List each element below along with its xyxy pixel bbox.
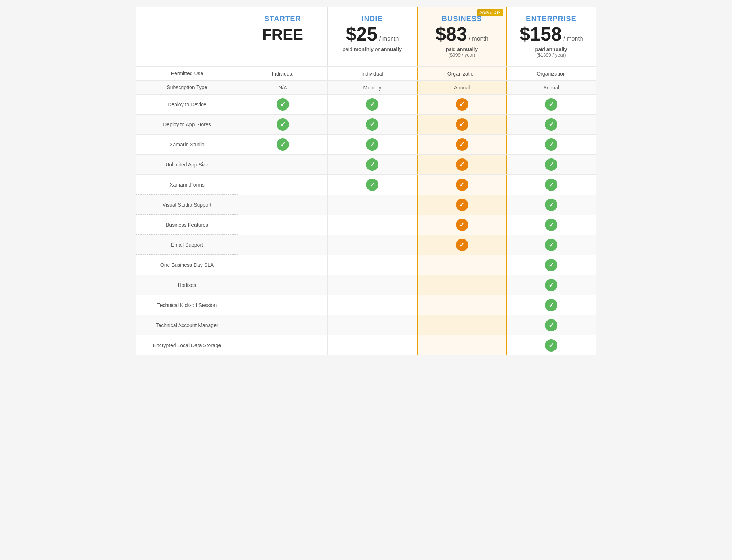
- feature-cell: [238, 155, 328, 174]
- feature-label: Deploy to Device: [136, 95, 238, 114]
- feature-row: Visual Studio Support✓✓: [136, 195, 596, 215]
- feature-cell: [238, 255, 328, 275]
- feature-label: One Business Day SLA: [136, 255, 238, 275]
- business-feature-cell: ✓: [417, 195, 507, 215]
- feature-label: Permitted Use: [136, 67, 238, 80]
- feature-row: Encrypted Local Data Storage✓: [136, 335, 596, 355]
- plan-indie-header: INDIE $25 / month paid monthly or annual…: [328, 7, 417, 66]
- plan-indie-price: $25: [346, 23, 378, 45]
- feature-rows: Permitted UseIndividualIndividualOrganiz…: [136, 66, 596, 355]
- plan-indie-period: / month: [379, 35, 399, 42]
- check-icon: ✓: [545, 279, 557, 291]
- feature-cell: [328, 215, 417, 235]
- check-icon: ✓: [456, 219, 468, 231]
- plan-business-header: POPULAR BUSINESS $83 / month paid annual…: [417, 7, 507, 66]
- feature-label: Deploy to App Stores: [136, 115, 238, 134]
- business-feature-cell: [417, 275, 507, 295]
- plan-business-billing: paid annually: [422, 46, 502, 52]
- check-icon: ✓: [545, 259, 557, 271]
- feature-row: Permitted UseIndividualIndividualOrganiz…: [136, 66, 596, 80]
- feature-cell: ✓: [507, 255, 596, 275]
- business-feature-cell: ✓: [417, 135, 507, 154]
- feature-row: Business Features✓✓: [136, 215, 596, 235]
- plan-enterprise-price-wrap: $158 / month: [510, 23, 592, 45]
- plan-business-period: / month: [469, 35, 488, 42]
- feature-cell: ✓: [507, 195, 596, 215]
- feature-label: Business Features: [136, 215, 238, 235]
- plan-starter-price: FREE: [242, 26, 324, 43]
- feature-cell: [328, 235, 417, 255]
- feature-cell: [238, 275, 328, 295]
- feature-cell: ✓: [507, 95, 596, 114]
- feature-cell: ✓: [507, 215, 596, 235]
- feature-row: Technical Kick-off Session✓: [136, 295, 596, 315]
- check-icon: ✓: [456, 199, 468, 211]
- check-icon: ✓: [456, 158, 468, 171]
- feature-cell: Monthly: [328, 81, 417, 94]
- feature-cell: ✓: [507, 175, 596, 195]
- plan-indie-price-wrap: $25 / month: [331, 23, 413, 45]
- feature-label: Technical Account Manager: [136, 315, 238, 335]
- business-feature-cell: ✓: [417, 95, 507, 114]
- feature-cell: ✓: [328, 95, 417, 114]
- plan-enterprise-billing-sub: ($1899 / year): [510, 52, 592, 58]
- feature-label: Unlimited App Size: [136, 155, 238, 174]
- feature-cell: ✓: [238, 95, 328, 114]
- check-icon: ✓: [277, 98, 289, 111]
- check-icon: ✓: [545, 219, 557, 231]
- feature-cell: ✓: [507, 315, 596, 335]
- business-feature-cell: ✓: [417, 115, 507, 134]
- feature-cell: ✓: [507, 275, 596, 295]
- feature-row: Deploy to Device✓✓✓✓: [136, 94, 596, 114]
- feature-label: Xamarin Studio: [136, 135, 238, 154]
- business-feature-cell: [417, 255, 507, 275]
- header-empty-cell: [136, 7, 238, 66]
- feature-cell: N/A: [238, 81, 328, 94]
- feature-label: Email Support: [136, 235, 238, 255]
- feature-cell: ✓: [328, 155, 417, 174]
- feature-cell: [238, 295, 328, 315]
- feature-row: Unlimited App Size✓✓✓: [136, 154, 596, 174]
- feature-cell: Organization: [507, 67, 596, 80]
- check-icon: ✓: [545, 299, 557, 311]
- feature-label: Hotfixes: [136, 275, 238, 295]
- plan-enterprise-price: $158: [519, 23, 562, 45]
- plan-starter-name: STARTER: [242, 15, 324, 23]
- check-icon: ✓: [456, 138, 468, 151]
- feature-cell: [238, 315, 328, 335]
- feature-label: Visual Studio Support: [136, 195, 238, 215]
- feature-cell: Individual: [328, 67, 417, 80]
- check-icon: ✓: [545, 239, 557, 251]
- feature-cell: ✓: [507, 155, 596, 174]
- feature-cell: [238, 235, 328, 255]
- feature-cell: [328, 295, 417, 315]
- feature-cell: ✓: [328, 115, 417, 134]
- check-icon: ✓: [366, 179, 378, 191]
- feature-cell: ✓: [238, 135, 328, 154]
- business-feature-cell: Annual: [417, 81, 507, 94]
- business-feature-cell: ✓: [417, 235, 507, 255]
- feature-row: One Business Day SLA✓: [136, 255, 596, 275]
- check-icon: ✓: [277, 138, 289, 151]
- plan-enterprise-billing: paid annually: [510, 46, 592, 52]
- business-feature-cell: ✓: [417, 215, 507, 235]
- feature-cell: [328, 195, 417, 215]
- check-icon: ✓: [545, 199, 557, 211]
- check-icon: ✓: [456, 179, 468, 191]
- check-icon: ✓: [545, 118, 557, 131]
- feature-label: Encrypted Local Data Storage: [136, 335, 238, 355]
- check-icon: ✓: [366, 98, 378, 111]
- plan-enterprise-header: ENTERPRISE $158 / month paid annually ($…: [507, 7, 596, 66]
- plan-business-price: $83: [435, 23, 467, 45]
- feature-cell: ✓: [507, 135, 596, 154]
- feature-row: Deploy to App Stores✓✓✓✓: [136, 114, 596, 134]
- feature-cell: [238, 335, 328, 355]
- plan-indie-name: INDIE: [331, 15, 413, 23]
- check-icon: ✓: [545, 319, 557, 331]
- feature-cell: [238, 175, 328, 195]
- feature-cell: [328, 255, 417, 275]
- check-icon: ✓: [277, 118, 289, 131]
- feature-cell: ✓: [507, 335, 596, 355]
- feature-cell: ✓: [507, 235, 596, 255]
- feature-cell: [238, 215, 328, 235]
